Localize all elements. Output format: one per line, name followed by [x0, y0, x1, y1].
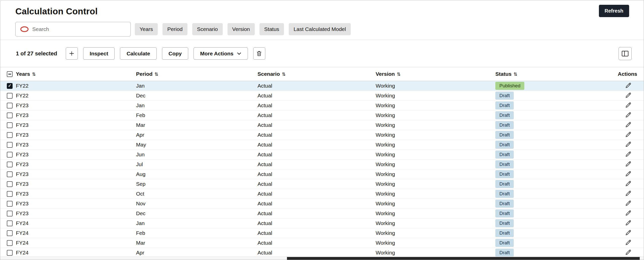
- cell-scenario: Actual: [257, 240, 376, 246]
- cell-scenario: Actual: [257, 132, 376, 138]
- select-all-checkbox[interactable]: [7, 71, 13, 77]
- cell-years: FY23: [16, 112, 136, 118]
- table-row[interactable]: FY24 Mar Actual Working Draft: [0, 238, 644, 248]
- edit-pencil-icon[interactable]: [625, 102, 632, 108]
- cell-version: Working: [376, 112, 495, 118]
- row-checkbox[interactable]: [7, 113, 13, 118]
- delete-button[interactable]: [253, 47, 265, 60]
- row-checkbox[interactable]: [7, 142, 13, 148]
- row-checkbox[interactable]: [7, 201, 13, 207]
- table-row[interactable]: FY22 Jan Actual Working Published: [0, 81, 644, 91]
- edit-pencil-icon[interactable]: [625, 151, 632, 157]
- row-checkbox[interactable]: [7, 211, 13, 216]
- toggle-panel-button[interactable]: [619, 47, 632, 60]
- edit-pencil-icon[interactable]: [625, 180, 632, 187]
- table-row[interactable]: FY23 Nov Actual Working Draft: [0, 199, 644, 209]
- filter-chip-period[interactable]: Period: [163, 23, 187, 35]
- table-row[interactable]: FY23 Sep Actual Working Draft: [0, 179, 644, 189]
- edit-pencil-icon[interactable]: [625, 92, 632, 98]
- edit-pencil-icon[interactable]: [625, 121, 632, 128]
- table-row[interactable]: FY23 Apr Actual Working Draft: [0, 130, 644, 140]
- more-actions-button[interactable]: More Actions: [194, 47, 248, 60]
- edit-pencil-icon[interactable]: [625, 161, 632, 167]
- row-checkbox[interactable]: [7, 152, 13, 158]
- row-checkbox[interactable]: [7, 103, 13, 108]
- table-row[interactable]: FY23 Mar Actual Working Draft: [0, 120, 644, 130]
- cell-years: FY23: [16, 201, 136, 207]
- cell-period: Jul: [136, 161, 257, 167]
- edit-pencil-icon[interactable]: [625, 219, 632, 226]
- status-badge: Draft: [495, 141, 514, 149]
- refresh-button[interactable]: Refresh: [599, 5, 629, 17]
- filter-chip-status[interactable]: Status: [260, 23, 284, 35]
- cell-period: Feb: [136, 112, 257, 118]
- row-checkbox[interactable]: [7, 132, 13, 138]
- table-row[interactable]: FY23 Jul Actual Working Draft: [0, 160, 644, 169]
- cell-scenario: Actual: [257, 220, 376, 226]
- filter-chip-last-calculated-model[interactable]: Last Calculated Model: [289, 23, 351, 35]
- row-checkbox[interactable]: [7, 93, 13, 99]
- row-checkbox[interactable]: [7, 230, 13, 236]
- filter-chips: Years Period Scenario Version Status Las…: [135, 23, 351, 35]
- calculate-button[interactable]: Calculate: [120, 47, 156, 60]
- copy-button[interactable]: Copy: [162, 47, 188, 60]
- row-checkbox[interactable]: [7, 162, 13, 167]
- edit-pencil-icon[interactable]: [625, 141, 632, 147]
- edit-pencil-icon[interactable]: [625, 249, 632, 255]
- edit-pencil-icon[interactable]: [625, 131, 632, 138]
- status-badge: Draft: [495, 219, 514, 227]
- cell-version: Working: [376, 102, 495, 108]
- table-row[interactable]: FY23 Dec Actual Working Draft: [0, 209, 644, 218]
- sort-icon-scenario[interactable]: ⇅: [282, 71, 286, 77]
- search-input[interactable]: [32, 26, 126, 32]
- row-checkbox[interactable]: [7, 171, 13, 177]
- sort-icon-version[interactable]: ⇅: [397, 71, 401, 77]
- oracle-icon: [20, 26, 29, 32]
- sort-icon-status[interactable]: ⇅: [513, 71, 517, 77]
- table-row[interactable]: FY23 Jun Actual Working Draft: [0, 150, 644, 160]
- table-row[interactable]: FY23 Aug Actual Working Draft: [0, 169, 644, 179]
- table-row[interactable]: FY24 Feb Actual Working Draft: [0, 228, 644, 238]
- row-checkbox[interactable]: [7, 191, 13, 197]
- cell-scenario: Actual: [257, 112, 376, 118]
- row-checkbox[interactable]: [7, 250, 13, 256]
- table-header: Years⇅ Period⇅ Scenario⇅ Version⇅ Status…: [0, 67, 644, 81]
- cell-scenario: Actual: [257, 181, 376, 187]
- row-checkbox[interactable]: [7, 83, 13, 89]
- edit-pencil-icon[interactable]: [625, 112, 632, 118]
- edit-pencil-icon[interactable]: [625, 82, 632, 89]
- row-checkbox[interactable]: [7, 220, 13, 226]
- edit-pencil-icon[interactable]: [625, 170, 632, 177]
- search-box[interactable]: [15, 22, 131, 36]
- table-row[interactable]: FY22 Dec Actual Working Draft: [0, 91, 644, 101]
- edit-pencil-icon[interactable]: [625, 200, 632, 206]
- cell-years: FY22: [16, 83, 136, 89]
- cell-years: FY24: [16, 230, 136, 236]
- add-button[interactable]: [66, 47, 78, 60]
- inspect-button[interactable]: Inspect: [83, 47, 115, 60]
- horizontal-scrollbar-thumb[interactable]: [287, 257, 640, 260]
- table-row[interactable]: FY23 May Actual Working Draft: [0, 140, 644, 150]
- cell-years: FY23: [16, 191, 136, 197]
- row-checkbox[interactable]: [7, 122, 13, 128]
- status-badge: Draft: [495, 229, 514, 237]
- edit-pencil-icon[interactable]: [625, 239, 632, 246]
- table-row[interactable]: FY23 Oct Actual Working Draft: [0, 189, 644, 199]
- edit-pencil-icon[interactable]: [625, 210, 632, 216]
- cell-version: Working: [376, 132, 495, 138]
- table-row[interactable]: FY23 Feb Actual Working Draft: [0, 110, 644, 120]
- edit-pencil-icon[interactable]: [625, 229, 632, 236]
- sort-icon-years[interactable]: ⇅: [32, 71, 36, 77]
- filter-chip-years[interactable]: Years: [135, 23, 158, 35]
- row-checkbox[interactable]: [7, 240, 13, 246]
- filter-chip-version[interactable]: Version: [228, 23, 255, 35]
- horizontal-scrollbar[interactable]: [0, 256, 644, 260]
- toolbar: 1 of 27 selected Inspect Calculate Copy …: [0, 40, 644, 67]
- filter-chip-scenario[interactable]: Scenario: [192, 23, 223, 35]
- edit-pencil-icon[interactable]: [625, 190, 632, 197]
- table-row[interactable]: FY24 Jan Actual Working Draft: [0, 218, 644, 228]
- row-checkbox[interactable]: [7, 181, 13, 187]
- table-row[interactable]: FY23 Jan Actual Working Draft: [0, 101, 644, 110]
- selection-count: 1 of 27 selected: [16, 50, 57, 57]
- sort-icon-period[interactable]: ⇅: [154, 71, 158, 77]
